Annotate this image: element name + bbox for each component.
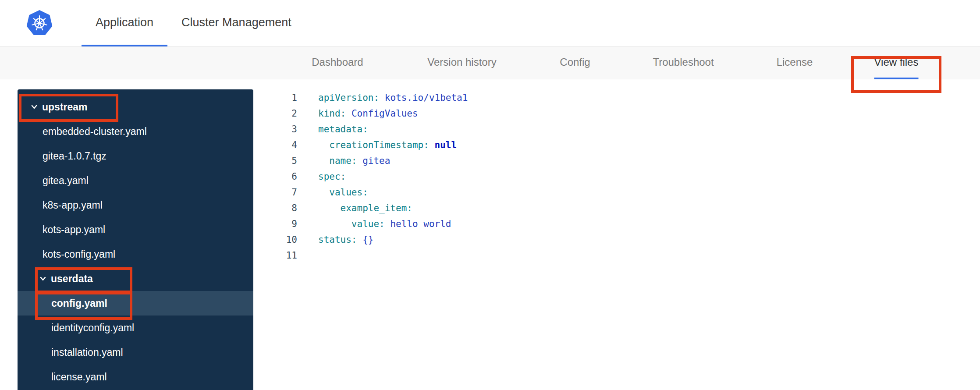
tree-folder-upstream[interactable]: upstream xyxy=(18,95,253,119)
tab-application-label: Application xyxy=(96,16,153,29)
line-number: 3 xyxy=(253,121,297,137)
tree-item-label: config.yaml xyxy=(51,298,107,309)
chevron-down-icon xyxy=(39,274,47,283)
top-header: Application Cluster Management xyxy=(0,0,980,47)
code-line: status: {} xyxy=(318,232,468,248)
tree-item-label: userdata xyxy=(51,273,93,285)
tree-item-label: embedded-cluster.yaml xyxy=(43,126,147,138)
code-line: metadata: xyxy=(318,121,468,137)
tree-folder-userdata[interactable]: userdata xyxy=(18,266,253,291)
tree-item-label: kots-app.yaml xyxy=(43,224,105,236)
subnav-license[interactable]: License xyxy=(777,47,813,79)
tree-file-gitea-1-0-7-tgz[interactable]: gitea-1.0.7.tgz xyxy=(18,144,253,168)
tree-item-label: kots-config.yaml xyxy=(43,248,115,260)
code-line: value: hello world xyxy=(318,216,468,232)
line-number: 1 xyxy=(253,90,297,106)
file-tree-sidebar: upstreamembedded-cluster.yamlgitea-1.0.7… xyxy=(18,89,253,390)
line-number: 7 xyxy=(253,184,297,200)
code-line xyxy=(318,248,468,263)
code-line: kind: ConfigValues xyxy=(318,106,468,121)
tree-file-identityconfig-yaml[interactable]: identityconfig.yaml xyxy=(18,316,253,340)
tree-item-label: license.yaml xyxy=(51,371,107,383)
tree-file-embedded-cluster-yaml[interactable]: embedded-cluster.yaml xyxy=(18,119,253,144)
tree-item-label: identityconfig.yaml xyxy=(51,322,134,334)
tree-file-license-yaml[interactable]: license.yaml xyxy=(18,365,253,389)
line-number: 4 xyxy=(253,137,297,153)
tree-file-k8s-app-yaml[interactable]: k8s-app.yaml xyxy=(18,193,253,217)
tree-item-label: gitea.yaml xyxy=(43,175,89,187)
code-line: creationTimestamp: null xyxy=(318,137,468,153)
code-line: values: xyxy=(318,184,468,200)
tree-file-kots-app-yaml[interactable]: kots-app.yaml xyxy=(18,217,253,242)
subnav-version-history[interactable]: Version history xyxy=(427,47,496,79)
line-number: 8 xyxy=(253,200,297,216)
tree-item-label: upstream xyxy=(42,101,88,113)
kots-admin-console: Application Cluster Management Dashboard… xyxy=(0,0,980,390)
subnav-troubleshoot[interactable]: Troubleshoot xyxy=(653,47,714,79)
line-number: 6 xyxy=(253,169,297,184)
line-number: 2 xyxy=(253,106,297,121)
line-number: 5 xyxy=(253,153,297,169)
code-editor[interactable]: 1234567891011 apiVersion: kots.io/v1beta… xyxy=(253,79,980,390)
tree-file-kots-config-yaml[interactable]: kots-config.yaml xyxy=(18,242,253,266)
code-line: name: gitea xyxy=(318,153,468,169)
app-subnav: Dashboard Version history Config Trouble… xyxy=(0,47,980,79)
tab-cluster-management[interactable]: Cluster Management xyxy=(167,0,305,46)
subnav-dashboard[interactable]: Dashboard xyxy=(312,47,363,79)
tab-application[interactable]: Application xyxy=(82,0,167,46)
tree-file-installation-yaml[interactable]: installation.yaml xyxy=(18,340,253,365)
header-tabs: Application Cluster Management xyxy=(82,0,305,46)
tree-item-label: installation.yaml xyxy=(51,347,123,358)
tree-file-config-yaml[interactable]: config.yaml xyxy=(18,291,253,316)
line-number-gutter: 1234567891011 xyxy=(253,90,297,390)
tree-item-label: k8s-app.yaml xyxy=(43,199,103,211)
line-number: 9 xyxy=(253,216,297,232)
code-line: example_item: xyxy=(318,200,468,216)
subnav-view-files[interactable]: View files xyxy=(874,47,919,79)
chevron-down-icon xyxy=(30,103,39,111)
subnav-config[interactable]: Config xyxy=(560,47,590,79)
tab-cluster-management-label: Cluster Management xyxy=(181,16,291,29)
kubernetes-logo-icon[interactable] xyxy=(25,9,53,37)
tree-file-gitea-yaml[interactable]: gitea.yaml xyxy=(18,168,253,193)
code-content: apiVersion: kots.io/v1beta1kind: ConfigV… xyxy=(318,90,468,390)
tree-item-label: gitea-1.0.7.tgz xyxy=(43,150,107,162)
code-line: spec: xyxy=(318,169,468,184)
line-number: 11 xyxy=(253,248,297,263)
line-number: 10 xyxy=(253,232,297,248)
file-tree: upstreamembedded-cluster.yamlgitea-1.0.7… xyxy=(18,95,253,389)
code-line: apiVersion: kots.io/v1beta1 xyxy=(318,90,468,106)
